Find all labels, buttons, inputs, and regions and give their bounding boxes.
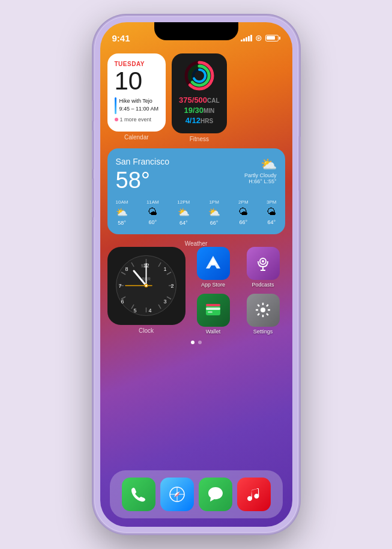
- weather-high: H:66° L:55°: [244, 178, 277, 184]
- forecast-2pm: 2PM 🌤 66°: [238, 199, 248, 226]
- min-unit: MIN: [204, 108, 214, 114]
- svg-point-35: [145, 285, 147, 287]
- svg-point-44: [261, 308, 265, 312]
- dock-safari-icon[interactable]: [160, 478, 194, 511]
- volume-up-button[interactable]: [92, 130, 94, 169]
- dock-messages-icon[interactable]: [199, 478, 232, 511]
- hrs-total: 12: [191, 116, 200, 125]
- svg-text:3: 3: [163, 299, 166, 305]
- settings-label: Settings: [253, 329, 273, 335]
- signal-icon: [241, 34, 252, 41]
- page-dot-1: [191, 341, 194, 344]
- volume-down-button[interactable]: [92, 178, 94, 217]
- svg-text:9: 9: [141, 264, 143, 268]
- mute-button[interactable]: [92, 100, 94, 121]
- podcasts-wrapper[interactable]: Podcasts: [241, 247, 285, 288]
- clock-face: 12 1 2 3 4 5 6 7 8 9 BER: [115, 254, 178, 317]
- weather-widget-label: Weather: [107, 240, 285, 247]
- forecast-10am: 10AM ⛅ 58°: [116, 199, 128, 226]
- podcasts-icon[interactable]: [247, 247, 280, 280]
- hrs-current: 4: [185, 116, 190, 125]
- wifi-icon: ⊛: [255, 33, 262, 43]
- app-store-logo: [204, 253, 223, 273]
- svg-text:6: 6: [121, 299, 124, 305]
- weather-forecast: 10AM ⛅ 58° 11AM 🌤 60° 12PM ⛅ 64°: [116, 199, 277, 226]
- weather-city: San Francisco: [116, 157, 169, 166]
- wallet-wrapper[interactable]: Wallet: [191, 294, 235, 335]
- cal-total: 500: [194, 96, 207, 105]
- settings-logo: [254, 301, 272, 319]
- signal-bar-2: [243, 38, 245, 41]
- notch: [154, 22, 238, 40]
- weather-condition: Partly Cloudy: [244, 172, 277, 178]
- wallet-icon[interactable]: [197, 294, 230, 327]
- widget-row-1: TUESDAY 10 Hike with Tejo 9:45 – 11:00 A…: [107, 53, 285, 142]
- phone-icon: [130, 485, 148, 503]
- fitness-widget-label: Fitness: [172, 136, 227, 142]
- signal-bar-1: [241, 40, 243, 41]
- phone-frame: 9:41 ⊛: [94, 16, 298, 533]
- svg-rect-40: [206, 306, 220, 315]
- svg-text:1: 1: [163, 266, 166, 272]
- fitness-widget-wrapper: 375/500CAL 19/30MIN 4/12HRS Fitness: [172, 53, 227, 142]
- apps-row: 12 1 2 3 4 5 6 7 8 9 BER: [107, 247, 285, 335]
- fitness-rings: [184, 61, 214, 91]
- svg-rect-43: [208, 311, 213, 313]
- dock: [110, 470, 283, 518]
- wallet-logo: [203, 300, 223, 320]
- event-name: Hike with Tejo: [119, 97, 159, 105]
- min-current: 19: [184, 106, 192, 115]
- podcasts-label: Podcasts: [252, 282, 274, 288]
- dock-phone-icon[interactable]: [122, 478, 155, 511]
- battery-icon: [265, 35, 280, 41]
- svg-point-39: [262, 260, 264, 262]
- weather-widget: San Francisco 58° ⛅ Partly Cloudy H:66° …: [107, 148, 285, 234]
- svg-rect-41: [206, 304, 220, 306]
- forecast-1pm: 1PM ⛅ 66°: [208, 199, 220, 226]
- safari-icon: [168, 485, 186, 503]
- podcasts-logo: [253, 253, 273, 273]
- calendar-date: 10: [115, 68, 159, 94]
- weather-temp: 58°: [116, 168, 169, 193]
- dock-music-icon[interactable]: [237, 478, 271, 511]
- forecast-3pm: 3PM 🌤 64°: [267, 199, 276, 226]
- settings-icon[interactable]: [247, 294, 280, 327]
- apps-grid: App Store Pod: [191, 247, 285, 335]
- settings-wrapper[interactable]: Settings: [241, 294, 285, 335]
- app-store-wrapper[interactable]: App Store: [191, 247, 235, 288]
- calendar-widget: TUESDAY 10 Hike with Tejo 9:45 – 11:00 A…: [107, 53, 166, 142]
- messages-icon: [207, 485, 225, 503]
- status-icons: ⊛: [241, 28, 280, 43]
- svg-text:7: 7: [118, 283, 121, 289]
- page-dots: [107, 341, 285, 344]
- min-total: 30: [195, 106, 204, 115]
- event-stripe: [115, 97, 116, 114]
- power-button[interactable]: [298, 136, 301, 190]
- music-icon: [245, 485, 263, 503]
- forecast-11am: 11AM 🌤 60°: [146, 199, 159, 226]
- cal-dot: [115, 118, 118, 121]
- signal-bar-3: [246, 37, 247, 41]
- page-dot-2: [198, 341, 202, 344]
- svg-text:8: 8: [125, 266, 128, 272]
- signal-bar-5: [250, 35, 252, 41]
- forecast-12pm: 12PM ⛅ 64°: [177, 199, 190, 226]
- event-time: 9:45 – 11:00 AM: [119, 105, 159, 113]
- clock-widget-wrapper: 12 1 2 3 4 5 6 7 8 9 BER: [107, 247, 185, 335]
- phone-screen: 9:41 ⊛: [100, 22, 292, 527]
- svg-text:4: 4: [148, 308, 151, 314]
- svg-text:2: 2: [170, 283, 173, 289]
- clock-widget: 12 1 2 3 4 5 6 7 8 9 BER: [107, 247, 185, 325]
- calendar-widget-label: Calendar: [107, 134, 166, 141]
- home-screen-content: TUESDAY 10 Hike with Tejo 9:45 – 11:00 A…: [100, 49, 292, 527]
- svg-rect-42: [206, 308, 220, 310]
- hrs-unit: HRS: [201, 118, 213, 124]
- clock-widget-label: Clock: [107, 327, 185, 334]
- svg-text:5: 5: [133, 308, 136, 314]
- weather-widget-wrapper: San Francisco 58° ⛅ Partly Cloudy H:66° …: [107, 148, 285, 247]
- app-store-label: App Store: [201, 282, 225, 288]
- app-store-icon[interactable]: [197, 247, 230, 280]
- signal-bar-4: [248, 36, 250, 41]
- wallet-label: Wallet: [206, 329, 221, 335]
- status-time: 9:41: [112, 28, 130, 43]
